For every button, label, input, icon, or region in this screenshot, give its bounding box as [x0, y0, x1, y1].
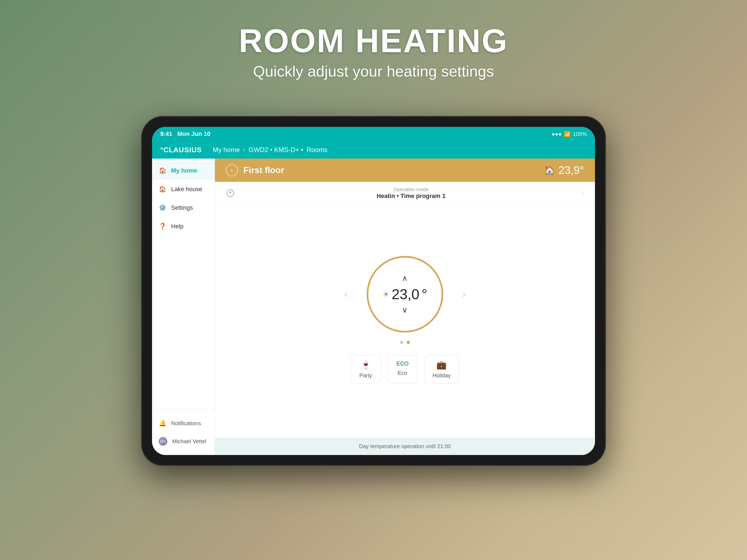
app-logo: °CLAUSIUS: [160, 146, 202, 154]
prev-arrow[interactable]: ‹: [341, 286, 350, 303]
operation-icon: 🕐: [226, 189, 235, 198]
holiday-mode-button[interactable]: 💼 Holiday: [424, 355, 459, 384]
floor-title: First floor: [243, 165, 539, 175]
operation-text: Operation mode Heatin • Time program 1: [240, 187, 582, 200]
page-header: ROOM HEATING Quickly adjust your heating…: [0, 0, 747, 80]
main-area: 🏠 My home 🏠 Lake house ⚙️ Settings ❓ Hel…: [152, 159, 595, 455]
home-icon: 🏠: [159, 167, 166, 175]
breadcrumb-device: GWD2 • KMS-D+ •: [249, 146, 303, 154]
sidebar-label-settings: Settings: [171, 204, 193, 211]
sidebar-item-user[interactable]: MV Michael Vettel: [152, 432, 215, 451]
content-area: ‹ First floor 🏠 23,9° 🕐 Operation mode H…: [215, 159, 595, 455]
dial-temperature: ☀ 23,0 °: [383, 286, 427, 302]
breadcrumb-sep-1: ›: [243, 146, 245, 154]
sidebar-item-lake-house[interactable]: 🏠 Lake house: [152, 180, 215, 199]
dial-inner: ∧ ☀ 23,0 ° ∨: [383, 275, 427, 314]
sun-icon: ☀: [383, 290, 389, 299]
eco-label: Eco: [397, 370, 407, 376]
temp-up-button[interactable]: ∧: [402, 275, 408, 282]
operation-label: Operation mode: [240, 187, 582, 193]
floor-temp-value: 23,9°: [558, 164, 584, 176]
party-label: Party: [359, 373, 372, 379]
operation-arrow: ›: [582, 190, 584, 197]
thermostat-row: ‹ ∧ ☀ 23,0 ° ∨: [221, 256, 590, 332]
sidebar-nav: 🏠 My home 🏠 Lake house ⚙️ Settings ❓ Hel…: [152, 159, 215, 410]
party-mode-button[interactable]: 🍷 Party: [351, 355, 381, 384]
operation-bar[interactable]: 🕐 Operation mode Heatin • Time program 1…: [215, 182, 595, 205]
battery-indicator: 100%: [573, 131, 587, 137]
sidebar-item-my-home[interactable]: 🏠 My home: [152, 161, 215, 180]
sidebar: 🏠 My home 🏠 Lake house ⚙️ Settings ❓ Hel…: [152, 159, 215, 455]
next-arrow[interactable]: ›: [460, 286, 468, 303]
status-icons: ●●● 📶 100%: [552, 131, 587, 137]
page-subtitle: Quickly adjust your heating settings: [0, 62, 747, 80]
holiday-label: Holiday: [433, 373, 451, 379]
party-icon: 🍷: [361, 360, 371, 370]
sidebar-item-notifications[interactable]: 🔔 Notifications: [152, 414, 215, 432]
user-avatar: MV: [159, 437, 168, 446]
operation-value: Heatin • Time program 1: [240, 193, 582, 200]
dot-1[interactable]: [400, 341, 403, 344]
temp-down-button[interactable]: ∨: [402, 306, 408, 314]
help-icon: ❓: [159, 223, 166, 230]
mode-buttons: 🍷 Party ECO Eco 💼 Holiday: [351, 352, 459, 387]
notification-icon: 🔔: [159, 419, 166, 427]
back-button[interactable]: ‹: [226, 164, 238, 176]
floor-temp-icon: 🏠: [544, 165, 555, 176]
sidebar-item-help[interactable]: ❓ Help: [152, 217, 215, 236]
status-footer: Day temperature operation until 21:00: [215, 438, 595, 455]
signal-icon: ●●●: [552, 131, 562, 137]
ipad-frame: 9:41 Mon Jun 10 ●●● 📶 100% °CLAUSIUS My …: [141, 116, 606, 466]
sidebar-bottom: 🔔 Notifications MV Michael Vettel: [152, 410, 215, 455]
sidebar-label-help: Help: [171, 223, 183, 230]
sidebar-label-my-home: My home: [171, 167, 197, 174]
dial-temp-value: 23,0: [391, 286, 419, 302]
ipad-screen: 9:41 Mon Jun 10 ●●● 📶 100% °CLAUSIUS My …: [152, 127, 595, 455]
sidebar-item-settings[interactable]: ⚙️ Settings: [152, 199, 215, 217]
dial-temp-unit: °: [422, 286, 428, 302]
status-bar: 9:41 Mon Jun 10 ●●● 📶 100%: [152, 127, 595, 141]
breadcrumb-home[interactable]: My home: [213, 146, 240, 154]
dot-2[interactable]: [407, 341, 410, 344]
thermostat-area: ‹ ∧ ☀ 23,0 ° ∨: [215, 205, 595, 438]
wifi-icon: 📶: [564, 131, 571, 137]
breadcrumb: My home › GWD2 • KMS-D+ • Rooms: [213, 146, 327, 154]
page-dots: [400, 341, 410, 344]
sidebar-label-lake-house: Lake house: [171, 186, 202, 193]
eco-mode-button[interactable]: ECO Eco: [387, 355, 417, 384]
sidebar-label-notifications: Notifications: [171, 420, 201, 427]
floor-temperature: 🏠 23,9°: [544, 164, 584, 176]
page-title: ROOM HEATING: [0, 22, 747, 59]
status-message: Day temperature operation until 21:00: [359, 443, 451, 449]
thermostat-dial: ∧ ☀ 23,0 ° ∨: [367, 256, 443, 332]
settings-icon: ⚙️: [159, 204, 166, 212]
nav-bar: °CLAUSIUS My home › GWD2 • KMS-D+ • Room…: [152, 141, 595, 159]
eco-icon: ECO: [396, 360, 409, 367]
lake-house-icon: 🏠: [159, 185, 166, 193]
floor-header: ‹ First floor 🏠 23,9°: [215, 159, 595, 182]
dial-ring: ∧ ☀ 23,0 ° ∨: [367, 256, 443, 332]
status-time: 9:41 Mon Jun 10: [160, 130, 210, 137]
holiday-icon: 💼: [436, 360, 446, 370]
breadcrumb-location: Rooms: [307, 146, 327, 154]
sidebar-label-user: Michael Vettel: [172, 438, 206, 444]
